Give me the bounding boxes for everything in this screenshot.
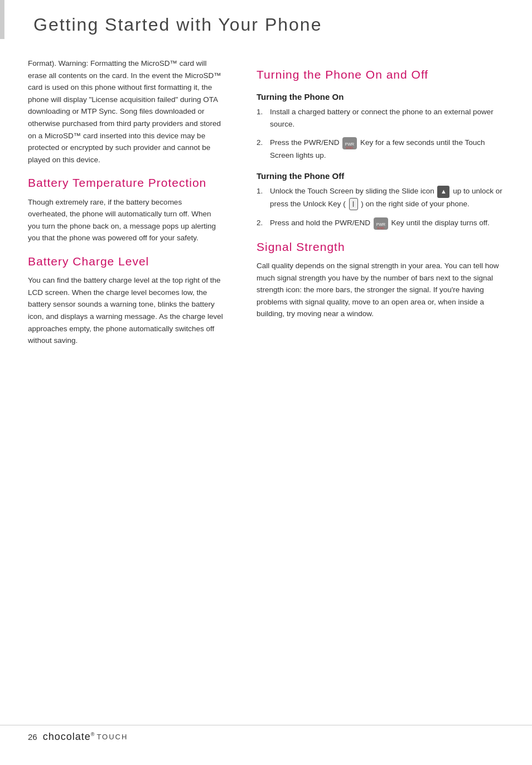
svg-text:PWR: PWR bbox=[345, 142, 354, 146]
step-num-off-2: 2. bbox=[257, 217, 267, 229]
turning-on-step-2: 2. Press the PWR/END PWR END Key for a f… bbox=[257, 137, 510, 161]
step-content-1: Install a charged battery or connect the… bbox=[270, 106, 510, 130]
svg-text:END: END bbox=[377, 226, 384, 230]
step-num-off-1: 1. bbox=[257, 185, 267, 197]
turning-on-step-1: 1. Install a charged battery or connect … bbox=[257, 106, 510, 130]
header-accent bbox=[0, 0, 4, 39]
svg-text:END: END bbox=[346, 146, 354, 149]
svg-text:PWR: PWR bbox=[376, 222, 385, 226]
signal-heading: Signal Strength bbox=[257, 240, 510, 254]
brand-name: chocolate® bbox=[43, 731, 95, 743]
page-number: 26 bbox=[28, 732, 37, 742]
step-num-1: 1. bbox=[257, 106, 267, 118]
turning-on-steps: 1. Install a charged battery or connect … bbox=[257, 106, 510, 161]
step-content-off-2: Press and hold the PWR/END PWR END Key u… bbox=[270, 217, 510, 229]
step-num-2: 2. bbox=[257, 137, 267, 149]
brand-suffix: TOUCH bbox=[96, 733, 128, 741]
page-title: Getting Started with Your Phone bbox=[22, 10, 510, 41]
brand-logo: chocolate® TOUCH bbox=[43, 731, 128, 743]
turning-off-subheading: Turning the Phone Off bbox=[257, 171, 510, 181]
page-container: Getting Started with Your Phone Format).… bbox=[0, 0, 532, 765]
left-column: Format). Warning: Formatting the MicroSD… bbox=[0, 46, 240, 364]
page-footer: 26 chocolate® TOUCH bbox=[0, 725, 532, 748]
content-area: Format). Warning: Formatting the MicroSD… bbox=[0, 46, 532, 364]
brand-name-text: chocolate bbox=[43, 731, 91, 742]
turning-heading: Turning the Phone On and Off bbox=[257, 67, 510, 82]
signal-text: Call quality depends on the signal stren… bbox=[257, 260, 510, 320]
brand-dot: ® bbox=[91, 732, 95, 737]
right-column: Turning the Phone On and Off Turning the… bbox=[240, 46, 532, 364]
pwr-end-icon-2: PWR END bbox=[374, 217, 388, 230]
battery-charge-text: You can find the battery charge level at… bbox=[28, 274, 223, 347]
slide-icon bbox=[437, 186, 449, 198]
turning-off-steps: 1. Unlock the Touch Screen by sliding th… bbox=[257, 185, 510, 229]
unlock-key-icon bbox=[349, 198, 358, 210]
step-content-off-1: Unlock the Touch Screen by sliding the S… bbox=[270, 185, 510, 210]
battery-temp-heading: Battery Temperature Protection bbox=[28, 176, 223, 190]
intro-text: Format). Warning: Formatting the MicroSD… bbox=[28, 57, 223, 166]
battery-charge-heading: Battery Charge Level bbox=[28, 254, 223, 269]
turning-off-step-1: 1. Unlock the Touch Screen by sliding th… bbox=[257, 185, 510, 210]
turning-off-step-2: 2. Press and hold the PWR/END PWR END Ke… bbox=[257, 217, 510, 229]
pwr-end-icon-1: PWR END bbox=[342, 137, 357, 149]
battery-temp-text: Though extremely rare, if the battery be… bbox=[28, 196, 223, 244]
turning-on-subheading: Turning the Phone On bbox=[257, 92, 510, 101]
step-content-2: Press the PWR/END PWR END Key for a few … bbox=[270, 137, 510, 161]
page-header: Getting Started with Your Phone bbox=[0, 0, 532, 46]
